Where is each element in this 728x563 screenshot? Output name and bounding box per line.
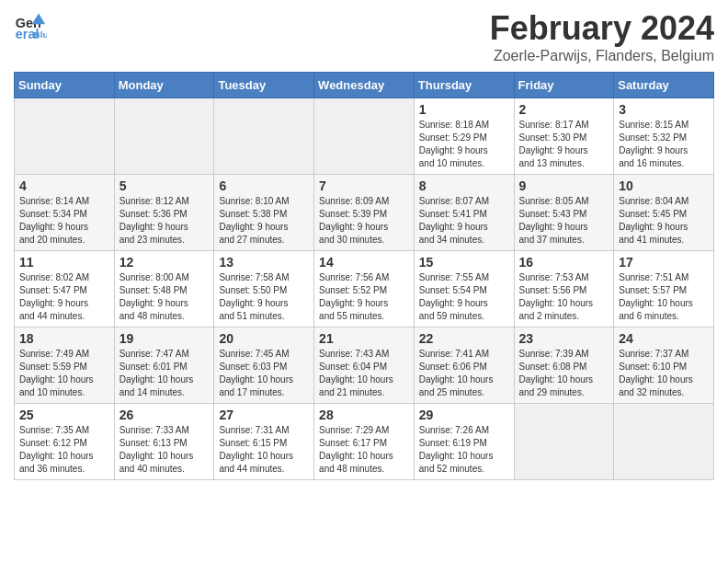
calendar-cell: 11Sunrise: 8:02 AM Sunset: 5:47 PM Dayli…	[15, 251, 115, 327]
calendar-header-row: SundayMondayTuesdayWednesdayThursdayFrid…	[15, 73, 714, 98]
calendar-cell	[314, 98, 415, 175]
day-number: 17	[619, 255, 709, 270]
calendar-table: SundayMondayTuesdayWednesdayThursdayFrid…	[14, 72, 714, 480]
calendar-cell: 28Sunrise: 7:29 AM Sunset: 6:17 PM Dayli…	[314, 404, 415, 480]
calendar-cell: 8Sunrise: 8:07 AM Sunset: 5:41 PM Daylig…	[414, 175, 514, 251]
calendar-cell: 18Sunrise: 7:49 AM Sunset: 5:59 PM Dayli…	[15, 327, 115, 404]
calendar-cell	[214, 98, 314, 175]
day-number: 20	[219, 331, 309, 346]
day-info: Sunrise: 8:15 AM Sunset: 5:32 PM Dayligh…	[619, 119, 709, 170]
day-info: Sunrise: 7:55 AM Sunset: 5:54 PM Dayligh…	[419, 271, 509, 323]
column-header-wednesday: Wednesday	[314, 73, 415, 98]
calendar-cell: 29Sunrise: 7:26 AM Sunset: 6:19 PM Dayli…	[414, 404, 514, 480]
day-number: 4	[19, 178, 109, 193]
calendar-cell: 19Sunrise: 7:47 AM Sunset: 6:01 PM Dayli…	[114, 327, 214, 404]
calendar-cell: 24Sunrise: 7:37 AM Sunset: 6:10 PM Dayli…	[614, 327, 714, 404]
day-number: 7	[319, 178, 409, 193]
day-number: 19	[119, 331, 210, 346]
column-header-saturday: Saturday	[614, 73, 714, 98]
day-info: Sunrise: 8:00 AM Sunset: 5:48 PM Dayligh…	[119, 271, 210, 323]
logo-icon: Gen eral Blue	[14, 9, 47, 42]
calendar-cell: 15Sunrise: 7:55 AM Sunset: 5:54 PM Dayli…	[414, 251, 514, 327]
day-number: 1	[419, 102, 509, 117]
calendar-cell: 20Sunrise: 7:45 AM Sunset: 6:03 PM Dayli…	[214, 327, 314, 404]
day-info: Sunrise: 7:41 AM Sunset: 6:06 PM Dayligh…	[419, 348, 509, 399]
day-number: 3	[619, 102, 709, 117]
title-section: February 2024 Zoerle-Parwijs, Flanders, …	[490, 9, 714, 64]
month-title: February 2024	[490, 9, 714, 48]
day-info: Sunrise: 8:07 AM Sunset: 5:41 PM Dayligh…	[419, 195, 509, 247]
day-info: Sunrise: 7:26 AM Sunset: 6:19 PM Dayligh…	[419, 424, 509, 476]
day-info: Sunrise: 7:51 AM Sunset: 5:57 PM Dayligh…	[619, 271, 709, 323]
svg-text:Blue: Blue	[34, 29, 47, 40]
day-info: Sunrise: 8:14 AM Sunset: 5:34 PM Dayligh…	[19, 195, 109, 247]
calendar-cell	[114, 98, 214, 175]
calendar-cell: 13Sunrise: 7:58 AM Sunset: 5:50 PM Dayli…	[214, 251, 314, 327]
day-info: Sunrise: 8:04 AM Sunset: 5:45 PM Dayligh…	[619, 195, 709, 247]
day-number: 24	[619, 331, 709, 346]
day-number: 9	[519, 178, 609, 193]
day-number: 15	[419, 255, 509, 270]
day-number: 6	[219, 178, 309, 193]
calendar-cell: 23Sunrise: 7:39 AM Sunset: 6:08 PM Dayli…	[514, 327, 614, 404]
calendar-cell: 25Sunrise: 7:35 AM Sunset: 6:12 PM Dayli…	[15, 404, 115, 480]
calendar-cell: 16Sunrise: 7:53 AM Sunset: 5:56 PM Dayli…	[514, 251, 614, 327]
column-header-thursday: Thursday	[414, 73, 514, 98]
day-info: Sunrise: 8:12 AM Sunset: 5:36 PM Dayligh…	[119, 195, 210, 247]
calendar-week-1: 1Sunrise: 8:18 AM Sunset: 5:29 PM Daylig…	[15, 98, 714, 175]
calendar-cell: 1Sunrise: 8:18 AM Sunset: 5:29 PM Daylig…	[414, 98, 514, 175]
day-info: Sunrise: 7:53 AM Sunset: 5:56 PM Dayligh…	[519, 271, 609, 323]
day-number: 8	[419, 178, 509, 193]
day-number: 28	[319, 408, 409, 422]
day-number: 14	[319, 255, 409, 270]
calendar-cell: 17Sunrise: 7:51 AM Sunset: 5:57 PM Dayli…	[614, 251, 714, 327]
day-info: Sunrise: 8:18 AM Sunset: 5:29 PM Dayligh…	[419, 119, 509, 170]
column-header-monday: Monday	[114, 73, 214, 98]
day-info: Sunrise: 7:58 AM Sunset: 5:50 PM Dayligh…	[219, 271, 309, 323]
day-number: 5	[119, 178, 210, 193]
calendar-cell: 3Sunrise: 8:15 AM Sunset: 5:32 PM Daylig…	[614, 98, 714, 175]
day-info: Sunrise: 7:29 AM Sunset: 6:17 PM Dayligh…	[319, 424, 409, 476]
day-info: Sunrise: 7:33 AM Sunset: 6:13 PM Dayligh…	[119, 424, 210, 476]
calendar-cell: 14Sunrise: 7:56 AM Sunset: 5:52 PM Dayli…	[314, 251, 415, 327]
calendar-cell: 2Sunrise: 8:17 AM Sunset: 5:30 PM Daylig…	[514, 98, 614, 175]
day-info: Sunrise: 7:45 AM Sunset: 6:03 PM Dayligh…	[219, 348, 309, 399]
day-info: Sunrise: 8:17 AM Sunset: 5:30 PM Dayligh…	[519, 119, 609, 170]
logo: Gen eral Blue	[14, 9, 47, 42]
day-number: 29	[419, 408, 509, 422]
day-number: 18	[19, 331, 109, 346]
calendar-cell: 4Sunrise: 8:14 AM Sunset: 5:34 PM Daylig…	[15, 175, 115, 251]
calendar-week-5: 25Sunrise: 7:35 AM Sunset: 6:12 PM Dayli…	[15, 404, 714, 480]
calendar-cell: 9Sunrise: 8:05 AM Sunset: 5:43 PM Daylig…	[514, 175, 614, 251]
calendar-week-3: 11Sunrise: 8:02 AM Sunset: 5:47 PM Dayli…	[15, 251, 714, 327]
calendar-cell: 10Sunrise: 8:04 AM Sunset: 5:45 PM Dayli…	[614, 175, 714, 251]
day-info: Sunrise: 8:10 AM Sunset: 5:38 PM Dayligh…	[219, 195, 309, 247]
calendar-cell: 21Sunrise: 7:43 AM Sunset: 6:04 PM Dayli…	[314, 327, 415, 404]
column-header-tuesday: Tuesday	[214, 73, 314, 98]
column-header-sunday: Sunday	[15, 73, 115, 98]
day-number: 25	[19, 408, 109, 422]
day-info: Sunrise: 8:02 AM Sunset: 5:47 PM Dayligh…	[19, 271, 109, 323]
page-header: Gen eral Blue February 2024 Zoerle-Parwi…	[14, 9, 714, 64]
day-number: 2	[519, 102, 609, 117]
day-info: Sunrise: 7:49 AM Sunset: 5:59 PM Dayligh…	[19, 348, 109, 399]
calendar-cell: 26Sunrise: 7:33 AM Sunset: 6:13 PM Dayli…	[114, 404, 214, 480]
calendar-cell: 6Sunrise: 8:10 AM Sunset: 5:38 PM Daylig…	[214, 175, 314, 251]
day-info: Sunrise: 7:39 AM Sunset: 6:08 PM Dayligh…	[519, 348, 609, 399]
calendar-cell: 22Sunrise: 7:41 AM Sunset: 6:06 PM Dayli…	[414, 327, 514, 404]
calendar-cell	[15, 98, 115, 175]
location-subtitle: Zoerle-Parwijs, Flanders, Belgium	[490, 48, 714, 64]
calendar-cell	[514, 404, 614, 480]
column-header-friday: Friday	[514, 73, 614, 98]
day-number: 26	[119, 408, 210, 422]
day-info: Sunrise: 7:47 AM Sunset: 6:01 PM Dayligh…	[119, 348, 210, 399]
calendar-cell: 12Sunrise: 8:00 AM Sunset: 5:48 PM Dayli…	[114, 251, 214, 327]
day-number: 23	[519, 331, 609, 346]
day-number: 10	[619, 178, 709, 193]
day-info: Sunrise: 7:43 AM Sunset: 6:04 PM Dayligh…	[319, 348, 409, 399]
day-info: Sunrise: 7:35 AM Sunset: 6:12 PM Dayligh…	[19, 424, 109, 476]
day-info: Sunrise: 7:56 AM Sunset: 5:52 PM Dayligh…	[319, 271, 409, 323]
calendar-cell	[614, 404, 714, 480]
day-number: 27	[219, 408, 309, 422]
day-info: Sunrise: 8:05 AM Sunset: 5:43 PM Dayligh…	[519, 195, 609, 247]
